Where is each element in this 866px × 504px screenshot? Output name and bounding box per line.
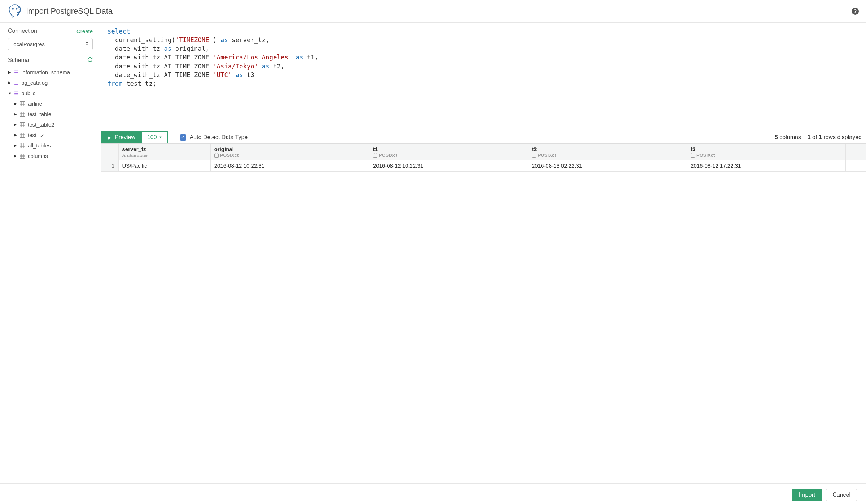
- preview-toolbar: ▶ Preview 100 ▼ ✓ Auto Detect Data Type …: [101, 131, 866, 144]
- schema-item-pg_catalog[interactable]: ▶ ☰ pg_catalog: [8, 78, 93, 88]
- content-pane: select current_setting('TIMEZONE') as se…: [101, 23, 866, 483]
- connection-value: localPostgres: [12, 41, 45, 47]
- table-item-test_table2[interactable]: ▶ test_table2: [8, 119, 93, 130]
- auto-detect-checkbox[interactable]: ✓ Auto Detect Data Type: [180, 134, 248, 141]
- schema-label: Schema: [8, 57, 29, 63]
- header-left: Import PostgreSQL Data: [7, 4, 113, 19]
- svg-point-0: [12, 8, 13, 9]
- svg-rect-40: [532, 154, 536, 158]
- footer: Import Cancel: [0, 483, 866, 504]
- schema-item-public[interactable]: ▼ ☰ public: [8, 88, 93, 98]
- table-item-columns[interactable]: ▶ columns: [8, 151, 93, 161]
- svg-rect-22: [20, 143, 25, 148]
- svg-rect-7: [20, 112, 25, 116]
- svg-rect-44: [691, 154, 695, 158]
- table-item-airline[interactable]: ▶ airline: [8, 98, 93, 109]
- table-icon: [20, 112, 25, 117]
- row-limit-dropdown[interactable]: 100 ▼: [142, 131, 168, 143]
- schema-icon: ☰: [14, 70, 19, 75]
- table-name: columns: [28, 153, 48, 159]
- checkbox-checked-icon: ✓: [180, 134, 186, 141]
- connection-label: Connection: [8, 28, 37, 34]
- table-icon: [20, 101, 25, 106]
- table-name: all_tables: [28, 142, 51, 149]
- schema-tree: ▶ ☰ information_schema ▶ ☰ pg_catalog ▼ …: [8, 67, 93, 161]
- refresh-icon[interactable]: [87, 57, 93, 63]
- schema-name: pg_catalog: [21, 80, 48, 86]
- tree-caret-icon: ▶: [14, 112, 17, 116]
- svg-point-1: [16, 8, 17, 9]
- header: Import PostgreSQL Data ?: [0, 0, 866, 23]
- column-row-info: 5 columns 1 of 1 rows displayed: [775, 134, 866, 141]
- table-name: test_table2: [28, 121, 54, 128]
- column-header-t2[interactable]: t2 POSIXct: [528, 144, 687, 160]
- schema-name: information_schema: [21, 69, 70, 75]
- auto-detect-label: Auto Detect Data Type: [190, 134, 248, 141]
- column-header-t1[interactable]: t1 POSIXct: [369, 144, 528, 160]
- cancel-button[interactable]: Cancel: [826, 489, 857, 501]
- table-icon: [20, 154, 25, 159]
- tree-caret-icon: ▼: [8, 91, 12, 96]
- svg-rect-12: [20, 122, 25, 127]
- svg-rect-36: [373, 154, 377, 158]
- table-row[interactable]: 1US/Pacific2016-08-12 10:22:312016-08-12…: [101, 160, 866, 172]
- table-item-test_table[interactable]: ▶ test_table: [8, 109, 93, 119]
- tree-caret-icon: ▶: [14, 133, 17, 137]
- svg-rect-17: [20, 133, 25, 137]
- cell: 2016-08-12 17:22:31: [687, 160, 846, 172]
- cell: US/Pacific: [118, 160, 210, 172]
- tree-caret-icon: ▶: [14, 101, 17, 106]
- tree-caret-icon: ▶: [14, 154, 17, 158]
- sidebar: Connection Create localPostgres Schema ▶…: [0, 23, 101, 483]
- create-connection-link[interactable]: Create: [76, 28, 93, 34]
- chevron-down-icon: ▼: [159, 136, 162, 139]
- schema-name: public: [21, 90, 35, 96]
- table-name: test_table: [28, 111, 51, 117]
- tree-caret-icon: ▶: [14, 143, 17, 148]
- help-icon[interactable]: ?: [852, 8, 859, 15]
- import-button[interactable]: Import: [792, 489, 822, 501]
- tree-caret-icon: ▶: [8, 80, 12, 85]
- connection-select[interactable]: localPostgres: [8, 38, 93, 50]
- schema-icon: ☰: [14, 80, 19, 86]
- schema-icon: ☰: [14, 90, 19, 96]
- schema-section: Schema: [8, 57, 93, 63]
- preview-label: Preview: [115, 134, 135, 141]
- preview-button[interactable]: ▶ Preview: [101, 131, 142, 143]
- result-grid-wrapper: server_tz A character original POSIXct t…: [101, 144, 866, 172]
- column-header-original[interactable]: original POSIXct: [210, 144, 369, 160]
- sql-editor[interactable]: select current_setting('TIMEZONE') as se…: [101, 23, 866, 131]
- column-header-t3[interactable]: t3 POSIXct: [687, 144, 846, 160]
- result-grid: server_tz A character original POSIXct t…: [101, 144, 866, 172]
- table-name: airline: [28, 101, 42, 107]
- svg-rect-32: [214, 154, 218, 158]
- page-title: Import PostgreSQL Data: [26, 6, 113, 16]
- table-icon: [20, 143, 25, 148]
- postgres-elephant-icon: [7, 4, 22, 19]
- main: Connection Create localPostgres Schema ▶…: [0, 23, 866, 483]
- row-limit-value: 100: [147, 134, 157, 141]
- tree-caret-icon: ▶: [14, 122, 17, 127]
- cell: 2016-08-12 10:22:31: [210, 160, 369, 172]
- table-item-test_tz[interactable]: ▶ test_tz: [8, 130, 93, 140]
- cell: 2016-08-12 10:22:31: [369, 160, 528, 172]
- table-icon: [20, 133, 25, 138]
- select-updown-icon: [86, 41, 88, 47]
- svg-rect-2: [20, 101, 25, 106]
- svg-rect-27: [20, 154, 25, 158]
- play-icon: ▶: [108, 135, 111, 140]
- table-name: test_tz: [28, 132, 44, 138]
- schema-item-information_schema[interactable]: ▶ ☰ information_schema: [8, 67, 93, 78]
- table-icon: [20, 122, 25, 127]
- table-item-all_tables[interactable]: ▶ all_tables: [8, 140, 93, 151]
- cell: 2016-08-13 02:22:31: [528, 160, 687, 172]
- connection-section: Connection Create: [8, 28, 93, 34]
- column-header-server_tz[interactable]: server_tz A character: [118, 144, 210, 160]
- tree-caret-icon: ▶: [8, 70, 12, 75]
